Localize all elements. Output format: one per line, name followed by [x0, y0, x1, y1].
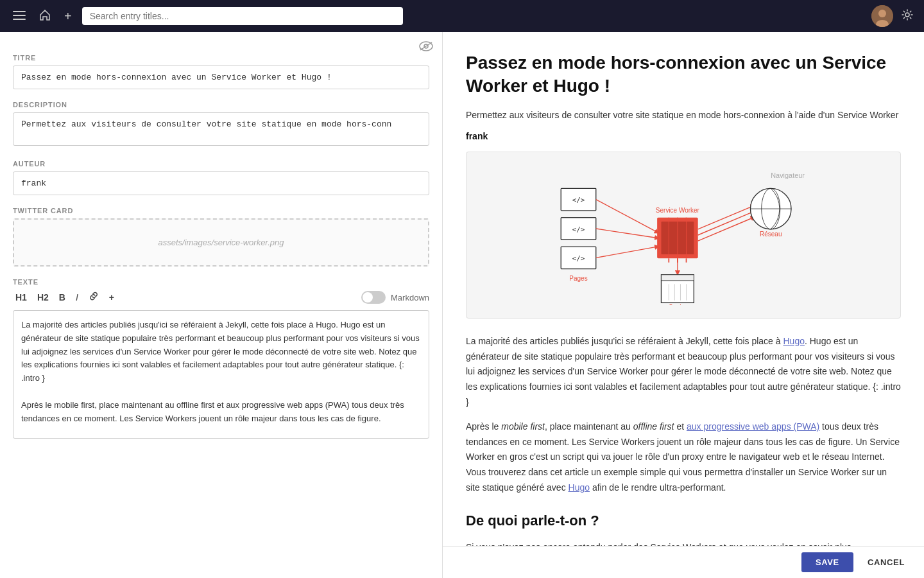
menu-icon[interactable] — [10, 7, 28, 26]
pwa-link[interactable]: aux progressive web apps (PWA) — [687, 421, 819, 432]
avatar[interactable] — [871, 5, 893, 27]
description-label: DESCRIPTION — [13, 101, 429, 109]
text-editor[interactable]: La majorité des articles publiés jusqu'i… — [13, 310, 429, 439]
svg-point-4 — [878, 10, 886, 17]
preview-description: Permettez aux visiteurs de consulter vot… — [466, 109, 901, 122]
svg-text:</>: </> — [572, 225, 585, 233]
svg-text:Pages: Pages — [569, 275, 587, 282]
left-panel: TITRE DESCRIPTION Permettez aux visiteur… — [0, 32, 443, 578]
main-layout: TITRE DESCRIPTION Permettez aux visiteur… — [0, 32, 924, 578]
plus-icon[interactable]: + — [62, 6, 74, 26]
svg-text:Réseau: Réseau — [760, 231, 782, 238]
bottom-bar: SAVE CANCEL — [443, 546, 924, 578]
italic-button[interactable]: I — [73, 291, 81, 304]
preview-paragraph-2: Après le mobile first, place maintenant … — [466, 419, 901, 496]
hugo-link-2[interactable]: Hugo — [569, 482, 590, 493]
twitter-card-label: TWITTER CARD — [13, 207, 429, 215]
svg-text:Navigateur: Navigateur — [771, 171, 805, 179]
svg-line-9 — [420, 42, 432, 50]
hide-toggle-button[interactable] — [419, 40, 433, 55]
texte-label: TEXTE — [13, 278, 429, 286]
link-button[interactable] — [86, 290, 101, 305]
svg-text:Cache: Cache — [668, 304, 687, 305]
plus-toolbar-button[interactable]: + — [107, 291, 117, 304]
preview-paragraph-1: La majorité des articles publiés jusqu'i… — [466, 334, 901, 410]
bold-button[interactable]: B — [56, 291, 68, 304]
preview-title: Passez en mode hors-connexion avec un Se… — [466, 51, 901, 98]
svg-rect-44 — [661, 275, 694, 281]
svg-rect-2 — [13, 19, 26, 20]
h1-button[interactable]: H1 — [13, 291, 30, 304]
titre-input[interactable] — [13, 66, 429, 89]
texte-toolbar: H1 H2 B I + Markdown — [13, 290, 429, 305]
gear-icon[interactable] — [901, 8, 914, 24]
search-input[interactable] — [82, 7, 403, 25]
hugo-link-1[interactable]: Hugo — [783, 336, 804, 346]
svg-point-6 — [905, 13, 909, 17]
h2-button[interactable]: H2 — [35, 291, 51, 304]
twitter-card-placeholder: assets/images/service-worker.png — [158, 238, 284, 247]
preview-h2: De quoi parle-t-on ? — [466, 509, 901, 532]
svg-rect-1 — [13, 15, 26, 16]
preview-body: La majorité des articles publiés jusqu'i… — [466, 334, 901, 556]
svg-text:</>: </> — [572, 196, 585, 204]
texte-section: TEXTE H1 H2 B I + Markdown La majorité d… — [13, 278, 429, 441]
markdown-toggle: Markdown — [361, 291, 429, 304]
markdown-label: Markdown — [391, 293, 429, 302]
svg-text:Service Worker: Service Worker — [656, 207, 700, 214]
save-button[interactable]: SAVE — [801, 552, 853, 572]
twitter-card-dropzone[interactable]: assets/images/service-worker.png — [13, 218, 429, 267]
auteur-input[interactable] — [13, 171, 429, 195]
preview-author: frank — [466, 131, 901, 141]
service-worker-diagram: Navigateur </> </> </> Pages — [466, 152, 901, 319]
top-nav: + — [0, 0, 924, 32]
titre-label: TITRE — [13, 54, 429, 62]
cancel-button[interactable]: CANCEL — [861, 552, 911, 572]
description-input[interactable]: Permettez aux visiteurs de consulter vot… — [13, 112, 429, 146]
svg-rect-0 — [13, 11, 26, 12]
svg-text:</>: </> — [572, 254, 585, 263]
auteur-label: AUTEUR — [13, 160, 429, 168]
home-icon[interactable] — [36, 6, 54, 27]
markdown-switch[interactable] — [361, 291, 386, 304]
right-panel: Passez en mode hors-connexion avec un Se… — [443, 32, 924, 578]
